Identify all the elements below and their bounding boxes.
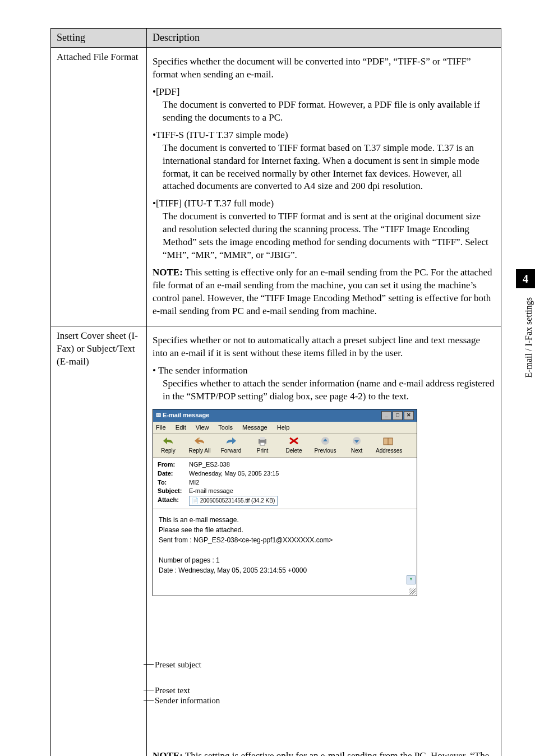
window-titlebar: ✉ E-mail message _ □ ✕ [153,409,417,422]
menu-file[interactable]: File [156,424,166,431]
menubar: File Edit View Tools Message Help [153,422,417,434]
setting-desc: Specifies whether or not to automaticall… [147,326,501,756]
attachment-chip[interactable]: 📄 20050505231455.tif (34.2 KB) [189,496,278,506]
bullet-body-tiffs: The document is converted to TIFF format… [163,142,495,193]
toolbar-label: Reply [161,448,176,454]
down-arrow-icon [350,436,363,446]
menu-edit[interactable]: Edit [176,424,186,431]
hdr-subject-value: E-mail message [189,487,412,495]
note-body-inline: This setting is effective only for an e-… [153,750,489,756]
window-title: E-mail message [163,412,209,418]
hdr-to-label: To: [158,478,189,487]
delete-button[interactable]: Delete [282,436,306,455]
note-body-inline: This setting is effective only for an e-… [153,267,492,316]
table-row: Attached File Format Specifies whether t… [51,48,501,326]
reply-icon [162,436,175,446]
up-arrow-icon [319,436,332,446]
minimize-icon[interactable]: _ [381,411,391,420]
email-body: This is an e-mail message. Please see th… [153,509,417,596]
toolbar-label: Next [351,448,363,454]
toolbar-label: Delete [286,448,302,454]
print-icon [256,436,269,446]
close-icon[interactable]: ✕ [404,411,414,420]
replyall-button[interactable]: Reply All [187,436,212,455]
menu-message[interactable]: Message [242,424,268,431]
bullet-head-sender: • The sender information [153,365,495,377]
hdr-subject-label: Subject: [158,487,189,495]
callouts: Preset subject Preset text Sender inform… [155,596,245,742]
replyall-icon [193,436,206,446]
callout-preset-subject: Preset subject [155,659,201,670]
hdr-attach-label: Attach: [158,496,189,506]
body-line: Number of pages : 1 [159,555,411,565]
body-line: This is an e-mail message. [159,515,411,525]
forward-icon [224,436,238,446]
toolbar-label: Forward [221,448,242,454]
menu-view[interactable]: View [196,424,209,431]
setting-desc: Specifies whether the document will be c… [147,48,501,326]
menu-tools[interactable]: Tools [218,424,233,431]
toolbar-label: Print [257,448,269,454]
email-figure: ✉ E-mail message _ □ ✕ File [153,409,495,742]
chapter-tab: 4 [516,269,535,288]
delete-icon [287,436,301,446]
desc-intro: Specifies whether the document will be c… [153,56,495,81]
th-setting: Setting [51,29,147,48]
table-row: Insert Cover sheet (I-Fax) or Subject/Te… [51,326,501,756]
next-button[interactable]: Next [344,436,369,455]
note-label: NOTE: [153,750,183,756]
desc-intro: Specifies whether or not to automaticall… [153,334,495,360]
bullet-head-pdf: •[PDF] [153,86,495,99]
toolbar-label: Addresses [376,448,402,454]
setting-name: Attached File Format [51,48,147,326]
maximize-icon[interactable]: □ [393,411,403,420]
settings-table: Setting Description Attached File Format… [50,28,501,756]
svg-rect-1 [260,437,265,440]
scroll-down-icon[interactable]: ▼ [407,575,416,584]
menu-help[interactable]: Help [277,424,290,431]
note-block: NOTE: This setting is effective only for… [153,266,495,318]
svg-rect-2 [260,442,265,445]
mail-icon: ✉ [156,412,161,418]
toolbar-label: Reply All [189,448,211,454]
email-window: ✉ E-mail message _ □ ✕ File [153,409,417,596]
bullet-body-tiff: The document is converted to TIFF format… [163,210,495,262]
hdr-from-label: From: [158,460,189,469]
file-icon: 📄 [192,497,199,504]
hdr-date-value: Wednesday, May 05, 2005 23:15 [189,469,412,478]
hdr-from-value: NGP_ES2-038 [189,460,412,469]
attachment-name: 20050505231455.tif (34.2 KB) [200,497,275,504]
note-block: NOTE: This setting is effective only for… [153,750,495,756]
th-description: Description [147,29,501,48]
chapter-side-label: E-mail / I-Fax settings [524,297,534,378]
note-label: NOTE: [153,267,183,278]
bullet-body-sender: Specifies whether to attach the sender i… [163,377,495,403]
toolbar-label: Previous [315,448,336,454]
setting-name: Insert Cover sheet (I-Fax) or Subject/Te… [51,326,147,756]
bullet-head-tiffs: •TIFF-S (ITU-T T.37 simple mode) [153,129,495,142]
reply-button[interactable]: Reply [156,436,181,455]
print-button[interactable]: Print [250,436,275,455]
forward-button[interactable]: Forward [219,436,243,455]
body-line: Date : Wednesday, May 05, 2005 23:14:55 … [159,565,411,575]
body-line: Please see the file attached. [159,525,411,535]
previous-button[interactable]: Previous [313,436,338,455]
bullet-head-tiff: •[TIFF] (ITU-T T.37 full mode) [153,197,495,210]
callout-sender-info: Sender information [155,695,220,706]
email-headers: From:NGP_ES2-038 Date:Wednesday, May 05,… [153,458,417,509]
hdr-to-value: MI2 [189,478,412,487]
addresses-button[interactable]: Addresses [376,436,400,455]
addresses-icon [381,436,395,446]
hdr-date-label: Date: [158,469,189,478]
resize-grip-icon[interactable] [409,588,416,594]
toolbar: Reply Reply All Forward [153,434,417,458]
body-line: Sent from : NGP_ES2-038<ce-teg-ppf1@XXXX… [159,535,411,545]
bullet-body-pdf: The document is converted to PDF format.… [163,99,495,125]
